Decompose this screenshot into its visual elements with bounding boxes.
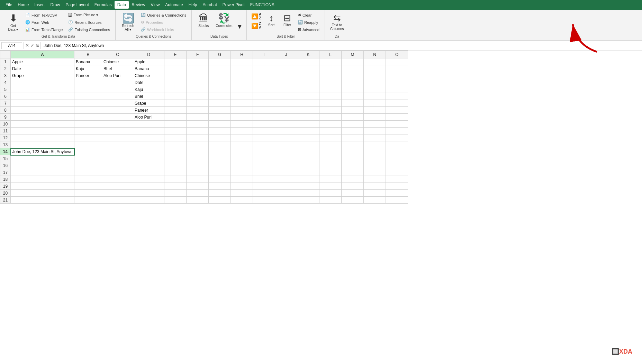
cell-H7[interactable]	[231, 100, 253, 107]
cell-F18[interactable]	[187, 176, 209, 183]
cell-C14[interactable]	[102, 148, 133, 155]
cell-N18[interactable]	[364, 176, 386, 183]
sort-za-button[interactable]: 🔽 ZA	[250, 21, 263, 30]
cell-I17[interactable]	[253, 169, 275, 176]
cell-L8[interactable]	[319, 107, 342, 114]
cell-N11[interactable]	[364, 128, 386, 134]
cell-M10[interactable]	[342, 121, 364, 128]
cell-G21[interactable]	[209, 197, 231, 204]
cell-H6[interactable]	[231, 93, 253, 100]
cell-C10[interactable]	[102, 121, 133, 128]
cell-B6[interactable]	[74, 93, 102, 100]
cell-H10[interactable]	[231, 121, 253, 128]
menu-data[interactable]: Data	[115, 1, 129, 9]
cell-L7[interactable]	[319, 100, 342, 107]
cell-B8[interactable]	[74, 107, 102, 114]
cell-L16[interactable]	[319, 162, 342, 169]
cell-A11[interactable]	[11, 128, 74, 134]
cell-M11[interactable]	[342, 128, 364, 134]
cell-C20[interactable]	[102, 190, 133, 197]
cell-G13[interactable]	[209, 141, 231, 148]
cell-I15[interactable]	[253, 155, 275, 162]
cell-B3[interactable]: Paneer	[74, 72, 102, 79]
cell-E9[interactable]	[164, 114, 187, 121]
cell-A7[interactable]	[11, 100, 74, 107]
menu-insert[interactable]: Insert	[31, 1, 47, 9]
cell-J17[interactable]	[275, 169, 297, 176]
cell-D17[interactable]	[133, 169, 164, 176]
cell-N4[interactable]	[364, 79, 386, 86]
cell-H13[interactable]	[231, 141, 253, 148]
cell-E14[interactable]	[164, 148, 187, 155]
cell-L13[interactable]	[319, 141, 342, 148]
cell-G20[interactable]	[209, 190, 231, 197]
cell-C13[interactable]	[102, 141, 133, 148]
col-header-C[interactable]: C	[102, 51, 133, 58]
cell-G19[interactable]	[209, 183, 231, 190]
cell-F7[interactable]	[187, 100, 209, 107]
cell-C8[interactable]	[102, 107, 133, 114]
cell-F12[interactable]	[187, 134, 209, 141]
data-types-expand-button[interactable]: ▼	[236, 12, 244, 31]
cell-I1[interactable]	[253, 58, 275, 65]
cell-G3[interactable]	[209, 72, 231, 79]
cell-M16[interactable]	[342, 162, 364, 169]
cell-O2[interactable]	[386, 65, 408, 72]
cell-E12[interactable]	[164, 134, 187, 141]
col-header-D[interactable]: D	[133, 51, 164, 58]
row-header-2[interactable]: 2	[0, 65, 11, 72]
cell-F4[interactable]	[187, 79, 209, 86]
cell-I9[interactable]	[253, 114, 275, 121]
cell-H14[interactable]	[231, 148, 253, 155]
from-table-range-button[interactable]: 📊 From Table/Range	[23, 26, 65, 33]
cell-K18[interactable]	[297, 176, 319, 183]
cell-E15[interactable]	[164, 155, 187, 162]
cell-L9[interactable]	[319, 114, 342, 121]
cell-J6[interactable]	[275, 93, 297, 100]
cell-A12[interactable]	[11, 134, 74, 141]
cell-M14[interactable]	[342, 148, 364, 155]
cell-I14[interactable]	[253, 148, 275, 155]
cell-D4[interactable]: Date	[133, 79, 164, 86]
cell-A21[interactable]	[11, 197, 74, 204]
cell-B13[interactable]	[74, 141, 102, 148]
cell-A4[interactable]	[11, 79, 74, 86]
row-header-9[interactable]: 9	[0, 114, 11, 121]
cell-D3[interactable]: Chinese	[133, 72, 164, 79]
cell-H8[interactable]	[231, 107, 253, 114]
menu-draw[interactable]: Draw	[47, 1, 63, 9]
cell-E7[interactable]	[164, 100, 187, 107]
cell-L15[interactable]	[319, 155, 342, 162]
cell-F15[interactable]	[187, 155, 209, 162]
cell-O4[interactable]	[386, 79, 408, 86]
cell-M3[interactable]	[342, 72, 364, 79]
menu-home[interactable]: Home	[15, 1, 31, 9]
cell-G5[interactable]	[209, 86, 231, 93]
cell-C21[interactable]	[102, 197, 133, 204]
cell-H15[interactable]	[231, 155, 253, 162]
cell-D14[interactable]	[133, 148, 164, 155]
cell-K21[interactable]	[297, 197, 319, 204]
col-header-F[interactable]: F	[187, 51, 209, 58]
cell-A9[interactable]	[11, 114, 74, 121]
cell-I8[interactable]	[253, 107, 275, 114]
cell-I19[interactable]	[253, 183, 275, 190]
cell-J14[interactable]	[275, 148, 297, 155]
cell-D16[interactable]	[133, 162, 164, 169]
cell-F19[interactable]	[187, 183, 209, 190]
col-header-L[interactable]: L	[319, 51, 342, 58]
cell-A2[interactable]: Date	[11, 65, 74, 72]
cell-O17[interactable]	[386, 169, 408, 176]
cell-M5[interactable]	[342, 86, 364, 93]
cell-H19[interactable]	[231, 183, 253, 190]
cell-L11[interactable]	[319, 128, 342, 134]
cell-N1[interactable]	[364, 58, 386, 65]
cell-J2[interactable]	[275, 65, 297, 72]
cell-G10[interactable]	[209, 121, 231, 128]
cell-E10[interactable]	[164, 121, 187, 128]
cell-O14[interactable]	[386, 148, 408, 155]
col-header-E[interactable]: E	[164, 51, 187, 58]
cell-M8[interactable]	[342, 107, 364, 114]
cell-F2[interactable]	[187, 65, 209, 72]
cell-A5[interactable]	[11, 86, 74, 93]
